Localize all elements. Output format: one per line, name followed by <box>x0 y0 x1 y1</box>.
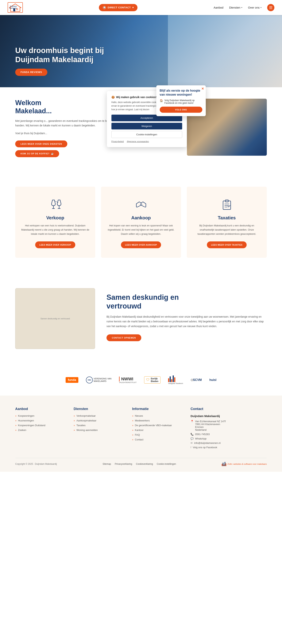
hero-content: Uw droomhuis begint bij Duijndam Makelaa… <box>0 46 119 87</box>
footer-email[interactable]: ✉ info@duijndamwonen.nl <box>190 442 267 444</box>
zoltn-text: Zoltn: websites & software voor makelaar… <box>228 463 267 465</box>
footer-link-text: FAQ <box>135 434 140 436</box>
hamburger-button[interactable] <box>267 4 274 11</box>
footer-link-text: Aankoopmakelaar <box>76 419 96 422</box>
arrow-icon: » <box>74 424 75 427</box>
header: Duijndam Makelaardij 💬 DIRECT CONTACT ▾ … <box>0 0 282 15</box>
funda-logo: funda <box>66 376 78 384</box>
arrow-icon: » <box>132 424 134 427</box>
hero-title-line2: Duijndam Makelaardij <box>15 55 93 64</box>
footer-link-verkoopmakelaar[interactable]: » Verkoopmakelaar <box>74 414 124 417</box>
footer-link-taxaties[interactable]: » Taxaties <box>74 424 124 427</box>
arrow-icon: » <box>15 419 16 422</box>
sitemap-link[interactable]: Sitemap <box>103 463 111 465</box>
arrow-icon: » <box>15 414 16 417</box>
arrow-icon: » <box>132 419 134 422</box>
together-desc: Bij Duijndam Makelaardij staat deskundig… <box>106 314 267 329</box>
footer-informatie-title: Informatie <box>132 407 183 411</box>
footer-link-text: Contact <box>135 438 144 441</box>
footer-link-koopwoningen-duitsland[interactable]: » Koopwoningen Duitsland <box>15 424 66 427</box>
footer-link-huurwoningen[interactable]: » Huurwoningen <box>15 419 66 422</box>
nav-item-aanbod[interactable]: Aanbod <box>214 6 224 9</box>
footer-link-woning-aanmelden[interactable]: » Woning aanmelden <box>74 429 124 432</box>
facebook-popup: ✕ Blijf als eerste op de hoogte van nieu… <box>156 85 206 116</box>
email-icon: ✉ <box>190 442 193 444</box>
aankoop-icon <box>134 196 149 211</box>
logo-area: Duijndam Makelaardij <box>8 2 23 13</box>
hamburger-line <box>269 8 272 9</box>
cookie-reject-button[interactable]: Weigeren <box>112 123 182 130</box>
footer-link-medewerkers[interactable]: » Medewerkers <box>132 419 183 422</box>
direct-contact-button[interactable]: 💬 DIRECT CONTACT ▾ <box>99 4 138 11</box>
copyright: Copyright © 2025 · Duijndam Makelaardij <box>15 463 57 465</box>
footer-address: 📍 Van Echtenskanaal NZ 147f 7891 AH Klaz… <box>190 420 267 431</box>
footer-link-nieuws[interactable]: » Nieuws <box>132 414 183 417</box>
privacy-link[interactable]: Privacyverklaring <box>115 463 132 465</box>
footer-link-koopwoningen[interactable]: » Koopwoningen <box>15 414 66 417</box>
together-image: Samen deskundig en vertrouwd <box>15 288 95 349</box>
footer-phone[interactable]: 📞 0591-745283 <box>190 433 267 436</box>
footer-aanbod-title: Aanbod <box>15 407 66 411</box>
diensten-button[interactable]: LEES MEER OVER ONZE DIENSTEN <box>15 140 67 147</box>
arrow-icon: » <box>74 414 75 417</box>
taxaties-button[interactable]: LEES MEER OVER TAXATIES <box>207 242 247 248</box>
koffie-button[interactable]: KOM JIJ OP DE KOFFIE? ☕ <box>15 150 59 157</box>
nav-item-over-ons[interactable]: Over ons ▾ <box>248 6 262 9</box>
footer-link-vbo[interactable]: » De gecertificeerde VBO-makelaar <box>132 424 183 427</box>
verkoop-button[interactable]: LEES MEER OVER VERKOOP <box>35 242 75 248</box>
taxaties-title: Taxaties <box>192 215 261 220</box>
welcome-section: Welkom Makelaad... Met jarenlange ervari… <box>0 87 282 172</box>
footer-link-text: Kantoor <box>135 429 144 432</box>
footer-address-line1: Van Echtenskanaal NZ 147f <box>195 420 226 423</box>
cookie-settings-link[interactable]: Cookie-instellingen <box>157 463 176 465</box>
location-icon: 📍 <box>190 420 194 423</box>
cookie-banner: 🍪 Wij maken gebruik van cookies! Hallo, … <box>107 91 187 147</box>
footer-email-address: info@duijndamwonen.nl <box>194 442 220 444</box>
vbo-circle: VBO <box>86 376 93 384</box>
chat-icon: 💬 <box>103 6 106 9</box>
cookie-settings-button[interactable]: Cookie-instellingen <box>112 131 182 138</box>
footer-col-aanbod: Aanbod » Koopwoningen » Huurwoningen » K… <box>15 407 66 450</box>
arrow-icon: » <box>15 429 16 432</box>
cookie-icon: 🍪 <box>112 96 115 99</box>
footer-col-contact: Contact Duijndam Makelaardij 📍 Van Echte… <box>190 407 267 450</box>
footer-link-text: Koopwoningen <box>18 414 34 417</box>
footer-link-aankoopmakelaar[interactable]: » Aankoopmakelaar <box>74 419 124 422</box>
zoltn-branding: Zoltn: websites & software voor makelaar… <box>222 462 267 466</box>
nav-over-ons-label: Over ons <box>248 6 260 9</box>
vbo-text: VERENIGING VANMAKELAARS <box>94 378 112 382</box>
taxaties-icon <box>219 196 234 211</box>
footer-facebook[interactable]: f Volg ons op Facebook <box>190 446 267 449</box>
footer-link-contact[interactable]: » Contact <box>132 438 183 441</box>
funda-reviews-button[interactable]: FUNDA REVIEWS <box>15 68 47 76</box>
cookie-terms-link[interactable]: Algemene voorwaarden <box>127 140 149 142</box>
popup-text: 🏠 Volg Duijndam Makelaardij op Facebook … <box>160 99 202 104</box>
eerlijk-shield-icon: 🛡 <box>146 378 150 382</box>
popup-close-button[interactable]: ✕ <box>201 87 204 90</box>
together-content: Samen deskundig en vertrouwd Bij Duijnda… <box>106 293 267 344</box>
footer-address-line4: Nederland <box>195 428 226 431</box>
welcome-title-line2: Makelaad... <box>15 107 52 115</box>
verkoop-desc: Het verkopen van een huis is veelomvatte… <box>21 224 90 236</box>
footer-address-line3: Emmen <box>195 426 226 428</box>
footer-whatsapp[interactable]: 💬 WhatsApp <box>190 437 267 440</box>
footer-link-text: Zoeken <box>18 429 26 432</box>
huisl-logo: huisl <box>209 376 216 384</box>
nav-item-diensten[interactable]: Diensten ▾ <box>229 6 242 9</box>
aankoop-button[interactable]: LEES MEER OVER AANKOOP <box>121 242 161 248</box>
cookie-link[interactable]: Cookieverklaring <box>136 463 153 465</box>
footer-link-kantoor[interactable]: » Kantoor <box>132 429 183 432</box>
footer-diensten-title: Diensten <box>74 407 124 411</box>
partners-row: funda VBO VERENIGING VANMAKELAARS NWWI V… <box>15 376 267 384</box>
cookie-privacy-link[interactable]: Privacybeleid <box>112 140 124 142</box>
volg-ons-button[interactable]: VOLG ONS <box>160 107 202 113</box>
footer-link-text: Koopwoningen Duitsland <box>18 424 46 427</box>
arrow-icon: » <box>15 424 16 427</box>
popup-text-content: Volg Duijndam Makelaardij op Facebook en… <box>164 99 202 104</box>
footer-link-zoeken[interactable]: » Zoeken <box>15 429 66 432</box>
footer-link-faq[interactable]: » FAQ <box>132 434 183 436</box>
vt-text: Vastgoed Taxateurs <box>168 382 183 384</box>
arrow-icon: » <box>132 434 134 436</box>
contact-opnemen-button[interactable]: CONTACT OPNEMEN <box>106 334 141 341</box>
svg-text:Makelaardij: Makelaardij <box>9 8 16 9</box>
